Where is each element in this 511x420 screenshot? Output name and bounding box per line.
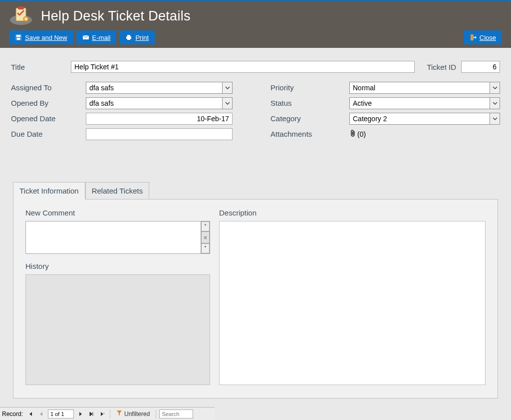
record-search-input[interactable] [159, 410, 193, 419]
history-box [25, 274, 210, 385]
priority-combo[interactable]: Normal [349, 82, 500, 94]
status-combo[interactable]: Active [349, 97, 500, 109]
new-comment-field: ˄ ≡ ˅ [25, 221, 210, 254]
category-combo[interactable]: Category 2 [349, 113, 500, 125]
opened-by-label: Opened By [11, 99, 86, 107]
last-record-button[interactable] [87, 410, 96, 419]
prev-record-button[interactable] [37, 410, 46, 419]
tab-strip: Ticket Information Related Tickets [13, 182, 498, 199]
due-date-label: Due Date [11, 130, 86, 138]
attachments-label: Attachments [270, 130, 349, 138]
assigned-to-label: Assigned To [11, 83, 86, 92]
chevron-down-icon [490, 82, 500, 93]
close-button[interactable]: Close [464, 30, 502, 44]
scroll-up-icon[interactable]: ˄ [201, 221, 210, 231]
chevron-down-icon [490, 113, 500, 124]
svg-rect-6 [17, 38, 20, 40]
paperclip-icon [349, 129, 356, 139]
save-icon [15, 34, 22, 41]
tab-related-tickets[interactable]: Related Tickets [85, 182, 150, 200]
clipboard-icon [9, 6, 33, 26]
scroll-down-icon[interactable]: ˅ [201, 243, 210, 253]
next-record-button[interactable] [76, 410, 85, 419]
priority-label: Priority [270, 83, 349, 92]
record-label: Record: [2, 411, 23, 418]
email-button[interactable]: E-mail [76, 30, 117, 44]
svg-rect-5 [16, 35, 20, 37]
filter-indicator[interactable]: Unfiltered [113, 410, 153, 418]
svg-rect-9 [127, 35, 130, 36]
close-door-icon [470, 34, 477, 41]
chevron-down-icon [222, 82, 232, 93]
scroll-thumb[interactable]: ≡ [201, 231, 210, 243]
email-icon [82, 34, 89, 41]
ticket-id-label: Ticket ID [427, 63, 456, 71]
new-comment-input[interactable] [26, 221, 201, 253]
first-record-button[interactable] [26, 410, 35, 419]
svg-rect-10 [127, 38, 130, 40]
title-input[interactable] [71, 61, 415, 73]
status-label: Status [270, 99, 349, 107]
new-record-button[interactable] [98, 410, 107, 419]
new-comment-label: New Comment [25, 209, 210, 217]
assigned-to-combo[interactable]: dfa safs [86, 82, 233, 94]
tab-panel: New Comment ˄ ≡ ˅ History Description [13, 199, 498, 399]
page-title: Help Desk Ticket Details [41, 8, 191, 24]
tab-ticket-information[interactable]: Ticket Information [13, 182, 85, 200]
chevron-down-icon [222, 98, 232, 109]
ticket-id-input[interactable] [461, 61, 500, 73]
record-position-input[interactable] [48, 410, 74, 419]
save-and-new-button[interactable]: Save and New [9, 30, 73, 44]
opened-date-label: Opened Date [11, 114, 86, 123]
attachments-control[interactable]: (0) [349, 129, 366, 139]
due-date-input[interactable] [86, 128, 233, 140]
svg-rect-11 [471, 34, 474, 40]
opened-by-combo[interactable]: dfa safs [86, 97, 233, 109]
svg-rect-2 [18, 6, 24, 9]
funnel-icon [116, 410, 122, 418]
toolbar: Save and New E-mail Print Close [9, 29, 502, 46]
record-navigation-bar: Record: Unfiltered [0, 407, 215, 420]
description-label: Description [219, 209, 486, 217]
print-button[interactable]: Print [119, 30, 155, 44]
description-box[interactable] [219, 221, 486, 385]
form-body: Title Ticket ID Assigned To dfa safs Ope… [0, 48, 511, 404]
window-header: Help Desk Ticket Details Save and New E-… [0, 1, 511, 48]
title-label: Title [11, 63, 66, 71]
scrollbar[interactable]: ˄ ≡ ˅ [201, 221, 210, 253]
category-label: Category [270, 114, 349, 123]
history-label: History [25, 262, 210, 270]
opened-date-input[interactable] [86, 113, 233, 125]
chevron-down-icon [490, 98, 500, 109]
print-icon [125, 34, 132, 41]
